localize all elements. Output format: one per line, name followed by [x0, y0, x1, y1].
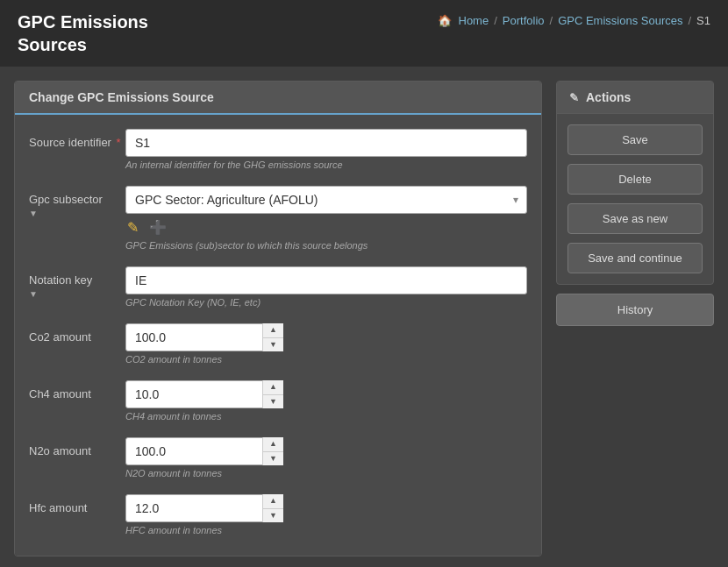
hfc-amount-field: ▲ ▼ HFC amount in tonnes — [125, 494, 527, 535]
co2-amount-input-wrap: ▲ ▼ — [125, 323, 283, 351]
source-identifier-input[interactable] — [125, 129, 527, 157]
breadcrumb-current: S1 — [696, 14, 710, 27]
add-subsector-button[interactable]: ➕ — [147, 217, 168, 237]
form-panel: Change GPC Emissions Source Source ident… — [14, 81, 542, 556]
n2o-amount-label: N2o amount — [29, 437, 125, 457]
history-button[interactable]: History — [556, 294, 714, 326]
hfc-spinners: ▲ ▼ — [262, 494, 283, 522]
ch4-spinners: ▲ ▼ — [262, 380, 283, 408]
actions-header: ✎ Actions — [557, 82, 713, 114]
hfc-amount-input[interactable] — [125, 494, 283, 522]
hfc-spinner-up[interactable]: ▲ — [263, 494, 283, 509]
actions-label: Actions — [586, 90, 631, 104]
ch4-spinner-up[interactable]: ▲ — [263, 380, 283, 395]
n2o-spinner-up[interactable]: ▲ — [263, 437, 283, 452]
source-identifier-label: Source identifier * — [29, 129, 125, 149]
save-button[interactable]: Save — [567, 124, 703, 155]
main-layout: Change GPC Emissions Source Source ident… — [0, 67, 728, 567]
hfc-amount-label: Hfc amount — [29, 494, 125, 514]
n2o-amount-help: N2O amount in tonnes — [125, 468, 527, 478]
co2-amount-help: CO2 amount in tonnes — [125, 354, 527, 365]
ch4-amount-input[interactable] — [125, 380, 283, 408]
notation-toggle-arrow[interactable]: ▼ — [29, 289, 38, 299]
hfc-amount-row: Hfc amount ▲ ▼ HFC amount in tonnes — [29, 494, 527, 535]
actions-panel: ✎ Actions Save Delete Save as new Save a… — [556, 81, 714, 285]
n2o-amount-row: N2o amount ▲ ▼ N2O amount in tonnes — [29, 437, 527, 478]
home-icon: 🏠 — [438, 14, 452, 27]
co2-amount-input[interactable] — [125, 323, 283, 351]
sidebar: ✎ Actions Save Delete Save as new Save a… — [556, 81, 714, 556]
co2-spinner-up[interactable]: ▲ — [263, 323, 283, 338]
delete-button[interactable]: Delete — [567, 164, 703, 195]
ch4-amount-help: CH4 amount in tonnes — [125, 411, 527, 422]
gpc-subsector-select-wrap: ▾ — [125, 186, 527, 214]
n2o-spinners: ▲ ▼ — [262, 437, 283, 465]
hfc-spinner-down[interactable]: ▼ — [263, 509, 283, 523]
actions-icon: ✎ — [569, 91, 579, 104]
n2o-amount-input-wrap: ▲ ▼ — [125, 437, 283, 465]
gpc-subsector-label: Gpc subsector ▼ — [29, 186, 125, 219]
source-identifier-row: Source identifier * An internal identifi… — [29, 129, 527, 170]
ch4-spinner-down[interactable]: ▼ — [263, 395, 283, 409]
save-as-new-button[interactable]: Save as new — [567, 203, 703, 234]
source-identifier-field: An internal identifier for the GHG emiss… — [125, 129, 527, 170]
required-star: * — [117, 136, 121, 149]
ch4-amount-label: Ch4 amount — [29, 380, 125, 400]
subsector-toggle-arrow[interactable]: ▼ — [29, 209, 38, 218]
notation-key-input[interactable] — [125, 266, 527, 294]
ch4-amount-field: ▲ ▼ CH4 amount in tonnes — [125, 380, 527, 422]
ch4-amount-input-wrap: ▲ ▼ — [125, 380, 283, 408]
co2-amount-row: Co2 amount ▲ ▼ CO2 amount in tonnes — [29, 323, 527, 365]
co2-spinners: ▲ ▼ — [262, 323, 283, 351]
notation-key-field: GPC Notation Key (NO, IE, etc) — [125, 266, 527, 308]
ch4-amount-row: Ch4 amount ▲ ▼ CH4 amount in tonnes — [29, 380, 527, 422]
header: GPC Emissions Sources 🏠 Home / Portfolio… — [0, 0, 728, 67]
co2-spinner-down[interactable]: ▼ — [263, 338, 283, 352]
form-panel-title: Change GPC Emissions Source — [15, 82, 541, 115]
page-title: GPC Emissions Sources — [18, 11, 148, 56]
hfc-amount-input-wrap: ▲ ▼ — [125, 494, 283, 522]
form-body: Source identifier * An internal identifi… — [15, 115, 541, 556]
gpc-subsector-input[interactable] — [125, 186, 527, 214]
actions-buttons: Save Delete Save as new Save and continu… — [557, 114, 713, 284]
notation-key-label: Notation key ▼ — [29, 266, 125, 300]
edit-subsector-button[interactable]: ✎ — [125, 217, 140, 237]
notation-key-row: Notation key ▼ GPC Notation Key (NO, IE,… — [29, 266, 527, 308]
breadcrumb-portfolio[interactable]: Portfolio — [503, 14, 545, 27]
co2-amount-field: ▲ ▼ CO2 amount in tonnes — [125, 323, 527, 365]
gpc-subsector-help: GPC Emissions (sub)sector to which this … — [125, 240, 527, 251]
source-identifier-help: An internal identifier for the GHG emiss… — [125, 159, 527, 170]
n2o-amount-field: ▲ ▼ N2O amount in tonnes — [125, 437, 527, 478]
save-and-continue-button[interactable]: Save and continue — [567, 243, 703, 273]
breadcrumb-home[interactable]: Home — [459, 14, 489, 27]
gpc-subsector-row: Gpc subsector ▼ ▾ ✎ ➕ GPC Emissions (sub… — [29, 186, 527, 251]
n2o-amount-input[interactable] — [125, 437, 283, 465]
breadcrumb-gpc[interactable]: GPC Emissions Sources — [558, 14, 682, 27]
co2-amount-label: Co2 amount — [29, 323, 125, 344]
hfc-amount-help: HFC amount in tonnes — [125, 525, 527, 535]
n2o-spinner-down[interactable]: ▼ — [263, 452, 283, 466]
gpc-subsector-field: ▾ ✎ ➕ GPC Emissions (sub)sector to which… — [125, 186, 527, 251]
subsector-actions: ✎ ➕ — [125, 217, 527, 237]
breadcrumb: 🏠 Home / Portfolio / GPC Emissions Sourc… — [438, 14, 711, 27]
notation-key-help: GPC Notation Key (NO, IE, etc) — [125, 297, 527, 308]
